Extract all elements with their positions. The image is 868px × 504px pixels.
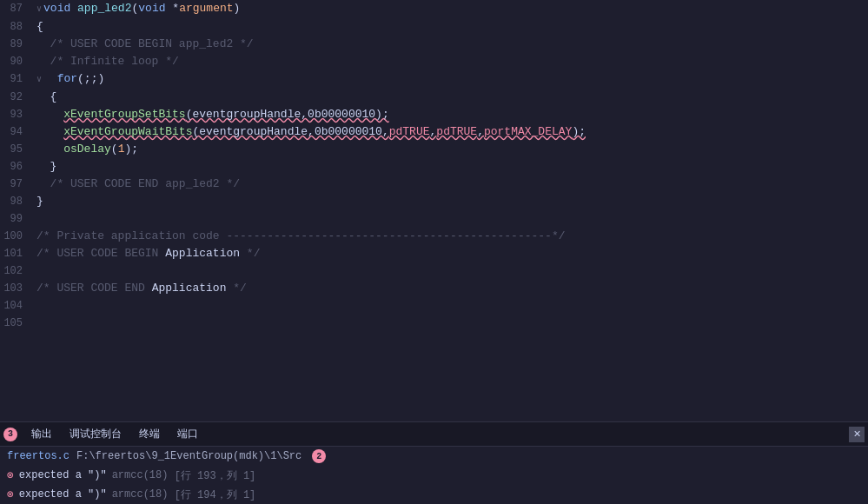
error-icon-1: ⊗ [7,468,14,482]
error-icon-2: ⊗ [7,487,14,501]
problems-file-row: freertos.c F:\freertos\9_1EventGroup(mdk… [0,447,868,466]
code-line-91: 91 ∨ for(;;) [0,70,868,89]
close-panel-area: ✕ [849,427,865,442]
code-editor: 87 ∨void app_led2(void *argument) 88 { 8… [0,0,868,421]
code-line-90: 90 /* Infinite loop */ [0,53,868,70]
collapse-arrow-91: ∨ [36,75,42,84]
code-line-101: 101 /* USER CODE BEGIN Application */ [0,245,868,262]
code-line-87: 87 ∨void app_led2(void *argument) [0,0,868,18]
code-line-99: 99 [0,210,868,228]
code-line-96: 96 } [0,158,868,176]
code-line-93: 93 xEventGroupSetBits(eventgroupHandle,0… [0,106,868,123]
tab-output[interactable]: 输出 [23,423,61,445]
close-panel-button[interactable]: ✕ [849,427,865,442]
problems-panel: freertos.c F:\freertos\9_1EventGroup(mdk… [0,446,868,504]
tab-output-label: 输出 [31,427,52,441]
problems-filepath: F:\freertos\9_1EventGroup(mdk)\1\Src [76,450,301,462]
code-line-102: 102 [0,262,868,280]
bottom-tabs-bar: 3 输出 调试控制台 终端 端口 ✕ [0,421,868,446]
code-line-95: 95 osDelay(1); [0,141,868,158]
code-line-100: 100 /* Private application code --------… [0,228,868,245]
code-line-94: 94 xEventGroupWaitBits(eventgroupHandle,… [0,123,868,141]
problem-msg-2: expected a ")" [19,488,107,501]
problems-count-badge: 2 [312,449,326,463]
tab-port[interactable]: 端口 [169,423,207,445]
problem-row-1[interactable]: ⊗ expected a ")" armcc(18) [行 193，列 1] [0,466,868,485]
problem-msg-1: expected a ")" [19,469,107,481]
problems-filename: freertos.c [7,450,70,462]
code-line-88: 88 { [0,18,868,36]
tab-debug-console[interactable]: 调试控制台 [61,423,130,445]
code-line-103: 103 /* USER CODE END Application */ [0,280,868,297]
collapse-arrow: ∨ [36,4,42,14]
problem-row-2[interactable]: ⊗ expected a ")" armcc(18) [行 194，列 1] [0,485,868,504]
problem-tool-1: armcc(18) [112,469,169,481]
problem-location-2: [行 194，列 1] [168,487,255,502]
problems-badge: 3 [3,428,17,441]
code-line-105: 105 [0,315,868,332]
problem-location-1: [行 193，列 1] [168,468,255,483]
code-line-104: 104 [0,297,868,315]
tab-port-label: 端口 [177,427,198,441]
tab-terminal[interactable]: 终端 [130,423,169,445]
code-line-89: 89 /* USER CODE BEGIN app_led2 */ [0,36,868,53]
code-content: 87 ∨void app_led2(void *argument) 88 { 8… [0,0,868,421]
tab-terminal-label: 终端 [139,427,160,441]
code-line-92: 92 { [0,89,868,106]
code-line-97: 97 /* USER CODE END app_led2 */ [0,176,868,193]
code-line-98: 98 } [0,193,868,210]
problem-tool-2: armcc(18) [112,488,169,501]
tab-debug-label: 调试控制台 [70,427,122,441]
